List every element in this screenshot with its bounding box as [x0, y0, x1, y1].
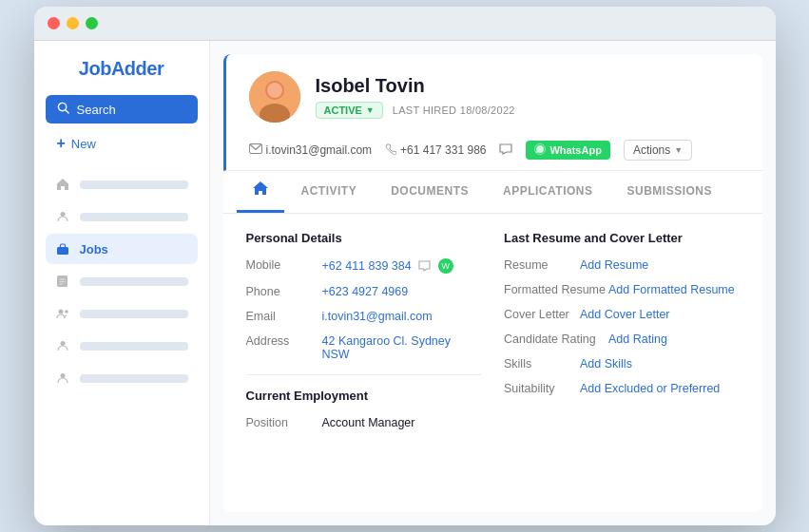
right-column: Last Resume and Cover Letter Resume Add … [504, 231, 740, 441]
search-icon [57, 102, 69, 117]
phone-value[interactable]: +623 4927 4969 [322, 285, 409, 298]
suitability-row: Suitability Add Excluded or Preferred [504, 382, 740, 395]
tab-activity[interactable]: ACTIVITY [284, 173, 375, 212]
whatsapp-label: WhatsApp [549, 144, 601, 156]
email-icon [249, 143, 262, 157]
logo: JobAdder [46, 58, 198, 80]
email-value[interactable]: i.tovin31@gmail.com [322, 310, 433, 323]
sidebar-item-line [80, 310, 188, 318]
svg-rect-3 [57, 247, 68, 255]
mobile-value[interactable]: +62 411 839 384 W [322, 258, 453, 274]
formatted-resume-label: Formatted Resume [504, 283, 608, 296]
suitability-label: Suitability [504, 382, 580, 395]
doc-icon [55, 274, 70, 289]
whatsapp-mini-icon: W [438, 258, 453, 274]
employment-title: Current Employment [246, 389, 482, 403]
phone-label: Phone [246, 285, 322, 298]
sidebar-nav: Jobs [46, 169, 198, 393]
position-value: Account Manager [322, 416, 415, 429]
sidebar-item-line [80, 277, 188, 286]
sidebar-item-user2[interactable] [46, 363, 198, 393]
minimize-dot[interactable] [67, 17, 79, 29]
svg-point-8 [58, 310, 63, 314]
mobile-row: Mobile +62 411 839 384 W [246, 258, 482, 274]
phone-icon [385, 143, 396, 158]
sidebar-item-home[interactable] [46, 169, 198, 200]
whatsapp-button[interactable]: WhatsApp [526, 141, 609, 160]
profile-meta: ACTIVE ▼ LAST HIRED 18/08/2022 [316, 102, 740, 119]
search-button[interactable]: Search [46, 95, 198, 124]
user2-icon [55, 370, 70, 386]
sidebar-item-line [80, 342, 188, 351]
position-row: Position Account Manager [246, 416, 482, 429]
two-col-layout: Personal Details Mobile +62 411 839 384 [246, 231, 740, 441]
skills-action[interactable]: Add Skills [580, 357, 632, 370]
app-window: JobAdder Search + New [34, 7, 776, 525]
svg-point-15 [267, 83, 282, 98]
tab-documents[interactable]: DOCUMENTS [374, 173, 486, 212]
tab-applications[interactable]: APPLICATIONS [486, 173, 609, 212]
sidebar-item-label-jobs: Jobs [80, 242, 108, 256]
formatted-resume-row: Formatted Resume Add Formatted Resume [504, 283, 740, 296]
cover-letter-action[interactable]: Add Cover Letter [580, 308, 670, 321]
new-button[interactable]: + New [46, 129, 198, 158]
tab-submissions[interactable]: SUBMISSIONS [609, 173, 729, 212]
resume-title: Last Resume and Cover Letter [504, 231, 740, 245]
mobile-label: Mobile [246, 258, 322, 272]
whatsapp-icon [534, 143, 546, 157]
contact-email: i.tovin31@gmail.com [249, 143, 373, 157]
contacts-icon [55, 306, 70, 321]
sidebar-item-user1[interactable] [46, 331, 198, 361]
sidebar-item-people[interactable] [46, 201, 198, 232]
sidebar-item-docs[interactable] [46, 266, 198, 296]
profile-header: Isobel Tovin ACTIVE ▼ LAST HIRED 18/08/2… [223, 54, 762, 171]
person-icon [55, 209, 70, 224]
resume-action[interactable]: Add Resume [580, 258, 648, 272]
left-column: Personal Details Mobile +62 411 839 384 [246, 231, 482, 441]
user-icon [55, 338, 70, 353]
titlebar [34, 7, 776, 41]
sidebar-item-line [80, 213, 188, 221]
svg-line-1 [65, 110, 67, 113]
sidebar-item-line [80, 374, 188, 383]
skills-label: Skills [504, 357, 580, 370]
close-dot[interactable] [48, 17, 60, 29]
tab-home[interactable] [237, 171, 284, 213]
suitability-action[interactable]: Add Excluded or Preferred [580, 382, 720, 395]
rating-row: Candidate Rating Add Rating [504, 332, 740, 346]
address-label: Address [246, 334, 322, 348]
last-hired: LAST HIRED 18/08/2022 [393, 104, 515, 116]
email-value: i.tovin31@gmail.com [266, 143, 373, 157]
rating-label: Candidate Rating [504, 332, 608, 346]
phone-row: Phone +623 4927 4969 [246, 285, 482, 298]
plus-icon: + [57, 135, 66, 152]
home-icon [55, 177, 70, 192]
svg-point-9 [65, 310, 68, 314]
formatted-resume-action[interactable]: Add Formatted Resume [608, 283, 735, 296]
sidebar-item-jobs[interactable]: Jobs [46, 234, 198, 264]
svg-point-11 [60, 373, 65, 378]
avatar [249, 71, 300, 123]
rating-action[interactable]: Add Rating [608, 332, 667, 346]
divider [246, 374, 482, 375]
sidebar-item-contacts[interactable] [46, 298, 198, 329]
sidebar-item-line [80, 180, 188, 189]
svg-point-10 [60, 341, 65, 346]
tabs-nav: ACTIVITY DOCUMENTS APPLICATIONS SUBMISSI… [223, 171, 762, 214]
profile-info: Isobel Tovin ACTIVE ▼ LAST HIRED 18/08/2… [316, 75, 740, 119]
contact-row: i.tovin31@gmail.com +61 417 331 986 [249, 132, 740, 170]
cover-letter-row: Cover Letter Add Cover Letter [504, 308, 740, 321]
search-label: Search [77, 103, 116, 117]
maximize-dot[interactable] [86, 17, 98, 29]
address-value[interactable]: 42 Kangaroo Cl. Sydney NSW [322, 334, 482, 361]
actions-label: Actions [633, 143, 670, 157]
actions-button[interactable]: Actions ▼ [624, 140, 692, 161]
cover-letter-label: Cover Letter [504, 308, 580, 321]
content-area: Personal Details Mobile +62 411 839 384 [223, 214, 762, 512]
email-label: Email [246, 310, 322, 323]
phone-value: +61 417 331 986 [400, 143, 486, 157]
profile-name-row: Isobel Tovin ACTIVE ▼ LAST HIRED 18/08/2… [249, 71, 740, 123]
message-icon [499, 143, 512, 158]
resume-row: Resume Add Resume [504, 258, 740, 272]
svg-point-2 [60, 212, 65, 217]
